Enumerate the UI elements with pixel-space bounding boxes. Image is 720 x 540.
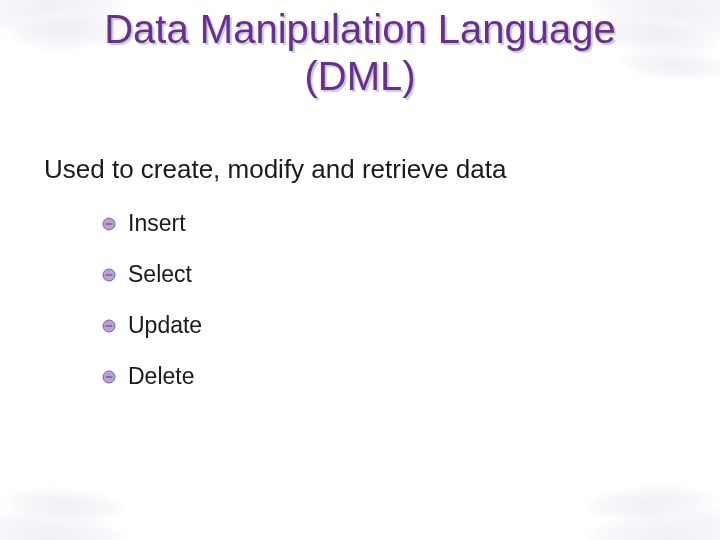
bullet-icon xyxy=(102,268,116,282)
svg-rect-1 xyxy=(106,223,113,224)
bullet-icon xyxy=(102,370,116,384)
svg-rect-7 xyxy=(106,376,113,377)
bullet-icon xyxy=(102,319,116,333)
list-item-label: Update xyxy=(128,312,202,339)
svg-rect-5 xyxy=(106,325,113,326)
list-item: Insert xyxy=(102,210,202,237)
title-line-2: (DML) xyxy=(304,54,415,98)
bullet-icon xyxy=(102,217,116,231)
svg-rect-3 xyxy=(106,274,113,275)
list-item: Select xyxy=(102,261,202,288)
list-item-label: Delete xyxy=(128,363,194,390)
slide-subtitle: Used to create, modify and retrieve data xyxy=(44,154,506,185)
list-item-label: Select xyxy=(128,261,192,288)
title-line-1: Data Manipulation Language xyxy=(104,7,616,51)
list-item: Delete xyxy=(102,363,202,390)
bullet-list: Insert Select Update Delete xyxy=(102,210,202,414)
slide-title: Data Manipulation Language (DML) xyxy=(0,6,720,100)
list-item: Update xyxy=(102,312,202,339)
list-item-label: Insert xyxy=(128,210,186,237)
